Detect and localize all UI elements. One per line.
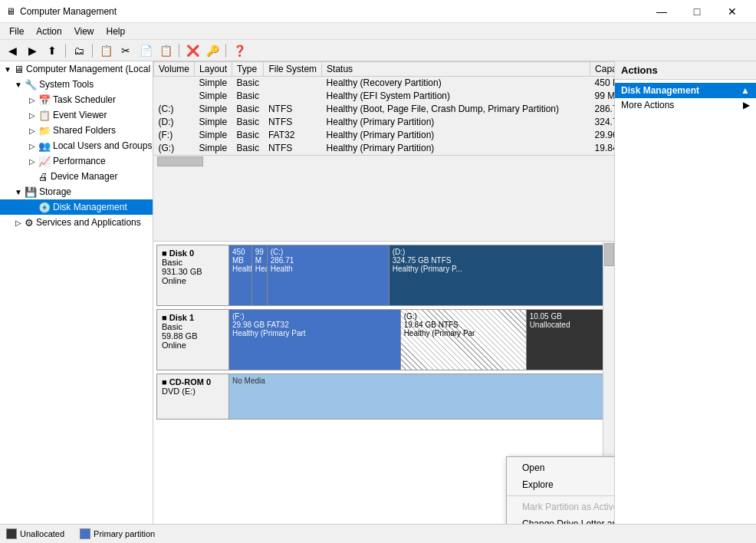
cell-status: Healthy (Primary Partition): [322, 129, 590, 142]
shared-folders-icon: 📁: [38, 125, 51, 137]
cell-layout: Simple: [195, 90, 232, 103]
col-capacity: Capacity: [590, 62, 614, 77]
partition-efi[interactable]: 99 M Healt: [252, 245, 268, 305]
partition-recovery-health: Healthy: [232, 265, 252, 273]
tree-services-apps[interactable]: ▷ ⚙ Services and Applications: [0, 215, 153, 230]
title-bar: 🖥 Computer Management — □ ✕: [0, 0, 756, 23]
toolbar-copy[interactable]: 📄: [136, 42, 155, 59]
cell-fs: NTFS: [264, 142, 322, 155]
close-button[interactable]: ✕: [715, 0, 750, 23]
ctx-change-drive[interactable]: Change Drive Letter and Paths...: [507, 515, 614, 524]
performance-expand: ▷: [26, 157, 38, 166]
more-actions-arrow: ▶: [743, 100, 750, 110]
partition-recovery[interactable]: 450 MB Healthy: [229, 245, 252, 305]
actions-header: Actions: [615, 61, 756, 80]
table-scrollbar-h[interactable]: [153, 155, 614, 166]
tree-performance[interactable]: ▷ 📈 Performance: [0, 153, 153, 169]
ctx-open[interactable]: Open: [507, 459, 614, 476]
cdrom-partition[interactable]: No Media: [229, 374, 610, 419]
system-tools-expand: ▼: [12, 81, 25, 89]
toolbar-new-window[interactable]: 📋: [97, 42, 115, 59]
local-users-expand: ▷: [26, 142, 38, 150]
services-apps-expand: ▷: [12, 219, 25, 227]
disk-1-partitions: (F:) 29.98 GB FAT32 Healthy (Primary Par…: [229, 309, 611, 370]
toolbar-forward[interactable]: ▶: [23, 42, 41, 59]
menu-action[interactable]: Action: [30, 25, 67, 38]
actions-disk-mgmt-title: Disk Management ▲: [615, 83, 756, 98]
scrollbar-v-thumb[interactable]: [604, 243, 614, 266]
table-row[interactable]: (D:) Simple Basic NTFS Healthy (Primary …: [154, 116, 615, 129]
window-title: Computer Management: [20, 6, 117, 17]
disk-0-size: 931.30 GB: [162, 267, 224, 276]
tree-task-scheduler[interactable]: ▷ 📅 Task Scheduler: [0, 92, 153, 107]
partition-d[interactable]: (D:) 324.75 GB NTFS Healthy (Primary P..…: [390, 245, 610, 305]
cell-fs: [264, 77, 322, 90]
tree-device-manager[interactable]: 🖨 Device Manager: [0, 169, 153, 184]
tree-disk-management[interactable]: 💿 Disk Management: [0, 199, 153, 215]
actions-section-disk-mgmt: Disk Management ▲ More Actions ▶: [615, 80, 756, 115]
cdrom-status: No Media: [232, 377, 265, 385]
partition-recovery-size: 450 MB: [232, 248, 248, 265]
event-viewer-expand: ▷: [26, 111, 38, 120]
disk-1-name: ■ Disk 1: [162, 313, 224, 322]
col-status: Status: [322, 62, 590, 77]
partition-unalloc[interactable]: 10.05 GB Unallocated: [527, 310, 610, 370]
tree-pane: ▼ 🖥 Computer Management (Local ▼ 🔧 Syste…: [0, 61, 153, 524]
cdrom-label: ■ CD-ROM 0 DVD (E:): [156, 374, 229, 420]
minimize-button[interactable]: —: [644, 0, 679, 23]
toolbar-paste[interactable]: 📋: [156, 42, 175, 59]
disk-mgmt-label: Disk Management: [53, 202, 127, 212]
status-bar: Unallocated Primary partition: [0, 524, 756, 543]
toolbar-delete[interactable]: ❌: [183, 42, 202, 59]
task-scheduler-label: Task Scheduler: [53, 94, 116, 105]
tree-shared-folders[interactable]: ▷ 📁 Shared Folders: [0, 123, 153, 138]
partition-g-letter: (G:): [404, 312, 417, 321]
app-icon: 🖥: [6, 6, 15, 17]
toolbar-sep-2: [92, 44, 93, 58]
table-area: Volume Layout Type File System Status Ca…: [153, 61, 614, 242]
table-row[interactable]: (C:) Simple Basic NTFS Healthy (Boot, Pa…: [154, 103, 615, 116]
actions-pane: Actions Disk Management ▲ More Actions ▶: [614, 61, 756, 524]
toolbar-properties[interactable]: 🔑: [203, 42, 222, 59]
table-row[interactable]: Simple Basic Healthy (Recovery Partition…: [154, 77, 615, 90]
toolbar-sep-1: [65, 44, 66, 58]
tree-root[interactable]: ▼ 🖥 Computer Management (Local: [0, 61, 153, 77]
maximize-button[interactable]: □: [679, 0, 715, 23]
cell-volume: (D:): [154, 116, 195, 129]
menu-file[interactable]: File: [3, 25, 30, 38]
system-tools-label: System Tools: [39, 79, 94, 90]
partition-c[interactable]: (C:) 286.71 Health: [268, 245, 390, 305]
ctx-sep-1: [507, 495, 614, 496]
actions-disk-mgmt-chevron: ▲: [741, 85, 750, 96]
disk-row-0: ■ Disk 0 Basic 931.30 GB Online 450 MB H…: [156, 245, 611, 306]
cdrom-type: DVD (E:): [162, 387, 224, 396]
cell-volume: (G:): [154, 142, 195, 155]
toolbar-cut[interactable]: ✂: [117, 42, 135, 59]
table-row[interactable]: (G:) Simple Basic NTFS Healthy (Primary …: [154, 142, 615, 155]
partition-g[interactable]: (G:) 19.84 GB NTFS Healthy (Primary Par: [401, 310, 527, 370]
ctx-explore[interactable]: Explore: [507, 476, 614, 493]
scrollbar-thumb[interactable]: [157, 156, 203, 166]
cell-volume: (F:): [154, 129, 195, 142]
disk-map: ■ Disk 0 Basic 931.30 GB Online 450 MB H…: [153, 242, 614, 524]
partition-g-health: Healthy (Primary Par: [404, 329, 475, 337]
cell-capacity: 324.75 GB: [590, 116, 614, 129]
disk-1-status: Online: [162, 341, 224, 350]
toolbar-show-hide[interactable]: 🗂: [70, 42, 88, 59]
table-row[interactable]: (F:) Simple Basic FAT32 Healthy (Primary…: [154, 129, 615, 142]
toolbar-back[interactable]: ◀: [3, 42, 21, 59]
menu-help[interactable]: Help: [100, 25, 132, 38]
partition-f[interactable]: (F:) 29.98 GB FAT32 Healthy (Primary Par…: [229, 310, 401, 370]
tree-event-viewer[interactable]: ▷ 📋 Event Viewer: [0, 107, 153, 123]
table-row[interactable]: Simple Basic Healthy (EFI System Partiti…: [154, 90, 615, 103]
toolbar-up[interactable]: ⬆: [43, 42, 61, 59]
tree-local-users[interactable]: ▷ 👥 Local Users and Groups: [0, 138, 153, 153]
disk-mgmt-icon: 💿: [38, 202, 51, 213]
tree-system-tools[interactable]: ▼ 🔧 System Tools: [0, 77, 153, 92]
cell-layout: Simple: [195, 129, 232, 142]
menu-view[interactable]: View: [68, 25, 100, 38]
tree-storage[interactable]: ▼ 💾 Storage: [0, 184, 153, 199]
cell-fs: FAT32: [264, 129, 322, 142]
actions-more-actions[interactable]: More Actions ▶: [615, 98, 756, 112]
toolbar-help[interactable]: ❓: [230, 42, 248, 59]
